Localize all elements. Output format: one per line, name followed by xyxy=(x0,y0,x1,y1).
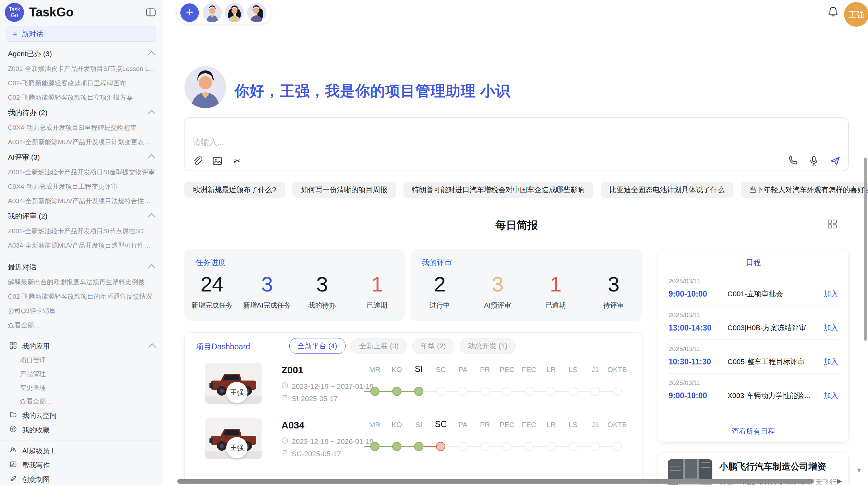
milestone-dot[interactable] xyxy=(458,387,468,396)
chat-input[interactable] xyxy=(192,137,502,147)
view-all-schedule-link[interactable]: 查看所有日程 xyxy=(658,426,848,436)
milestone-dot[interactable] xyxy=(436,387,445,396)
project-flag-milestone: SC-2025-05-17 xyxy=(281,449,341,458)
milestone-dot[interactable] xyxy=(370,442,379,451)
task-list-item[interactable]: A034-全新新能源MUV产品开发项目计划变更表编写 xyxy=(0,135,163,149)
app-sub-item[interactable]: 变更管理 xyxy=(0,381,163,395)
suggestion-chip[interactable]: 当下年轻人对汽车外观有怎样的喜好趋势 xyxy=(741,182,868,198)
stat-value: 3 xyxy=(469,273,527,295)
milestone-dot[interactable] xyxy=(458,442,468,451)
milestone-dot[interactable] xyxy=(502,442,511,451)
chevron-up-icon[interactable] xyxy=(148,344,156,351)
agent-avatar-2[interactable] xyxy=(225,3,244,22)
chevron-up-icon[interactable] xyxy=(148,51,156,59)
task-list-item[interactable]: A034-全新新能源MUV产品开发项目造型可行性评审 xyxy=(0,238,163,253)
join-link[interactable]: 加入 xyxy=(824,323,838,333)
app-sub-item[interactable]: 产品管理 xyxy=(0,367,163,381)
chevron-up-icon[interactable] xyxy=(148,213,156,221)
owner-badge[interactable]: 王强 xyxy=(226,382,248,403)
milestone-dot[interactable] xyxy=(480,442,490,451)
agent-avatar-1[interactable] xyxy=(203,3,222,22)
milestone-dot[interactable] xyxy=(436,442,445,451)
milestone-dot[interactable] xyxy=(480,387,490,396)
milestone-dot[interactable] xyxy=(392,387,401,396)
scroll-down-arrow-icon[interactable]: ▼ xyxy=(856,467,863,474)
sidebar-item-star-badge-icon[interactable]: 我的收藏 xyxy=(0,423,163,437)
task-list-item[interactable]: A034-全新新能源MUV产品开发项目法规符合性评审 xyxy=(0,194,163,208)
suggestion-chip[interactable]: 欧洲新规最近颁布了什么? xyxy=(184,182,285,198)
milestone-dot[interactable] xyxy=(370,387,379,396)
milestone-dot[interactable] xyxy=(525,442,534,451)
image-icon[interactable] xyxy=(212,156,223,166)
new-chat-button[interactable]: + 新对话 xyxy=(7,26,156,42)
join-link[interactable]: 加入 xyxy=(824,391,838,400)
milestone-dot[interactable] xyxy=(568,442,578,451)
notification-bell-icon[interactable] xyxy=(827,5,839,18)
sidebar-section-header[interactable]: AI评审 (3) xyxy=(0,149,163,165)
milestone-dot[interactable] xyxy=(414,442,423,451)
dashboard-tab[interactable]: 动总开发 (1) xyxy=(460,338,516,354)
sidebar-section-header[interactable]: 我的评审 (2) xyxy=(0,208,163,224)
task-list-item[interactable]: Z001-全新燃油皮卡产品开发项目SI节点Lesson Learn报告 xyxy=(0,62,163,76)
horizontal-scrollbar[interactable] xyxy=(177,479,814,484)
app-sub-item[interactable]: 查看全部... xyxy=(0,395,163,408)
send-icon[interactable] xyxy=(830,156,841,166)
milestone-dot[interactable] xyxy=(502,387,511,396)
milestone-dot[interactable] xyxy=(613,387,622,396)
scissors-icon[interactable]: ✂ xyxy=(232,156,243,166)
chevron-up-icon[interactable] xyxy=(148,264,156,272)
dashboard-tab[interactable]: 全新平台 (4) xyxy=(289,338,346,354)
join-link[interactable]: 加入 xyxy=(824,289,838,299)
layout-grid-icon[interactable] xyxy=(828,219,837,229)
suggestion-chip[interactable]: 如何写一份清晰的项目周报 xyxy=(292,182,396,198)
sidebar-item-cloud-folder-icon[interactable]: 我的云空间 xyxy=(0,408,163,423)
recent-chat-item[interactable]: 公司Q3轻卡销量 xyxy=(0,304,163,318)
chevron-up-icon[interactable] xyxy=(148,154,156,162)
join-link[interactable]: 加入 xyxy=(824,357,838,366)
microphone-icon[interactable] xyxy=(808,156,819,166)
sidebar-section-header[interactable]: 我的待办 (2) xyxy=(0,105,163,121)
task-list-item[interactable]: C0X4-动力总成开发项目SI里程碑提交物检查 xyxy=(0,121,163,135)
dashboard-tab[interactable]: 年型 (2) xyxy=(412,338,454,354)
recent-chat-item[interactable]: 查看全部... xyxy=(0,318,163,333)
task-list-item[interactable]: Z001-全新燃油轻卡产品开发项目SI节点属性5D文件评审 xyxy=(0,224,163,238)
milestone-dot[interactable] xyxy=(591,442,600,451)
dashboard-tabs: 全新平台 (4)全新上装 (3)年型 (2)动总开发 (1) xyxy=(289,338,516,354)
scroll-right-arrow-icon[interactable]: ▶ xyxy=(837,477,842,485)
new-agent-button[interactable]: + xyxy=(180,3,200,23)
milestone-dot[interactable] xyxy=(414,387,423,396)
app-sub-item[interactable]: 项目管理 xyxy=(0,353,163,367)
milestone-dot[interactable] xyxy=(546,387,556,396)
collapse-sidebar-icon[interactable] xyxy=(146,7,156,17)
attachment-icon[interactable] xyxy=(192,156,203,166)
suggestion-chip[interactable]: 特朗普可能对进口汽车增税会对中国车企造成哪些影响 xyxy=(403,182,593,198)
agent-avatar-3[interactable] xyxy=(247,3,266,22)
recent-chat-item[interactable]: C02-飞腾新能源轻客改款项目的闭环通告反馈情况 xyxy=(0,289,163,304)
milestone-dot[interactable] xyxy=(568,387,578,396)
user-avatar[interactable]: 王强 xyxy=(844,2,868,27)
milestone-dot[interactable] xyxy=(591,387,600,396)
milestone-dot[interactable] xyxy=(392,442,401,451)
project-dashboard-title: 项目Dashboard xyxy=(196,341,250,352)
my-review-title: 我的评审 xyxy=(422,258,452,268)
vertical-scrollbar[interactable] xyxy=(864,158,867,341)
milestone-dot[interactable] xyxy=(613,442,622,451)
phone-icon[interactable] xyxy=(787,156,798,166)
sidebar-section-header[interactable]: Agent已办 (3) xyxy=(0,46,163,62)
suggestion-chip[interactable]: 比亚迪全固态电池计划具体说了什么 xyxy=(601,182,733,198)
milestone-dot[interactable] xyxy=(525,387,534,396)
chevron-up-icon[interactable] xyxy=(148,110,156,118)
owner-badge[interactable]: 王强 xyxy=(226,437,248,458)
task-list-item[interactable]: Z001-全新燃油轻卡产品开发项目SI造型提交物评审 xyxy=(0,165,163,179)
task-list-item[interactable]: C02-飞腾新能源轻客改款项目立项汇报方案 xyxy=(0,90,163,105)
sidebar-tool-item[interactable]: AI超级员工 xyxy=(0,444,163,458)
my-apps-header[interactable]: 我的应用 xyxy=(0,339,163,353)
sidebar-tool-item[interactable]: 创意制图 xyxy=(0,472,163,485)
milestone-dot[interactable] xyxy=(546,442,556,451)
task-list-item[interactable]: C02-飞腾新能源轻客改款项目里程碑画布 xyxy=(0,76,163,90)
recent-chat-item[interactable]: 解释最新出台的欧盟报废车法规再生塑料比例被调至15%... xyxy=(0,275,163,289)
dashboard-tab[interactable]: 全新上装 (3) xyxy=(351,338,407,354)
recent-chats-header[interactable]: 最近对话 xyxy=(0,259,163,275)
task-list-item[interactable]: C0X4-动力总成开发项目工程变更评审 xyxy=(0,179,163,194)
sidebar-tool-item[interactable]: 帮我写作 xyxy=(0,458,163,472)
